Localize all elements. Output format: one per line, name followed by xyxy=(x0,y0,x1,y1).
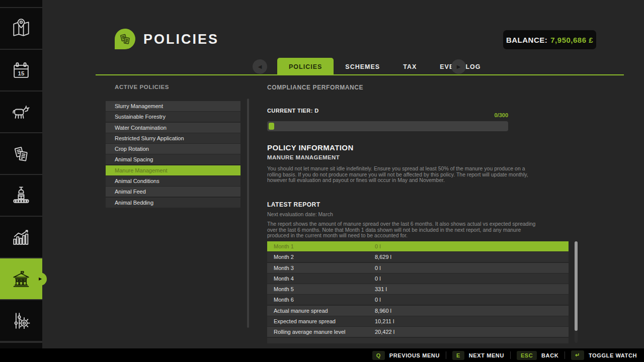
compliance-progress-bar xyxy=(267,121,508,131)
sidebar-item-clipped-top[interactable] xyxy=(0,0,42,7)
active-policies-title: ACTIVE POLICIES xyxy=(115,84,169,90)
report-row-label: Expected manure spread xyxy=(267,318,375,324)
policy-info-title: POLICY INFORMATION xyxy=(267,143,354,152)
key-return-icon: ↵ xyxy=(571,350,584,360)
policy-item[interactable]: Animal Conditions xyxy=(106,176,240,186)
latest-report-body: The report shows the amount of manure sp… xyxy=(267,221,539,239)
report-row[interactable]: Month 5 331 l xyxy=(267,284,569,294)
sidebar-item-settings[interactable] xyxy=(0,300,42,341)
sidebar: 15 xyxy=(0,0,42,348)
report-row[interactable]: Actual manure spread 8,960 l xyxy=(267,306,569,316)
policy-item[interactable]: Animal Bedding xyxy=(106,198,240,208)
balance-display: BALANCE: 7,950,686 £ xyxy=(503,30,596,49)
report-row[interactable]: Month 3 0 l xyxy=(267,263,569,273)
policy-item[interactable]: Restricted Slurry Application xyxy=(106,133,240,143)
report-row-value: 0 l xyxy=(375,276,381,282)
hint-back[interactable]: ESC BACK xyxy=(517,351,558,360)
policy-item[interactable]: Animal Feed xyxy=(106,187,240,197)
report-row-label: Rolling average manure level xyxy=(267,329,375,335)
report-row[interactable]: Rolling average manure level 20,422 l xyxy=(267,327,569,337)
report-row[interactable]: Expected manure spread 10,211 l xyxy=(267,316,569,326)
hint-divider xyxy=(446,351,446,359)
latest-report-title: LATEST REPORT xyxy=(267,201,320,208)
report-row-label: Actual manure spread xyxy=(267,308,375,314)
report-row-label: Month 2 xyxy=(267,254,375,260)
policy-item[interactable]: Sustainable Forestry xyxy=(106,112,240,122)
calendar-icon: 15 xyxy=(10,59,33,82)
policy-item[interactable]: Animal Spacing xyxy=(106,154,240,164)
svg-text:15: 15 xyxy=(18,70,25,76)
report-row-value: 8,629 l xyxy=(375,254,391,260)
policy-info-body: You should not let manure sit idle indef… xyxy=(267,166,539,184)
report-row-value: 0 l xyxy=(375,297,381,303)
settings-icon xyxy=(10,309,33,332)
report-row-value: 8,960 l xyxy=(375,308,391,314)
chevron-left-icon: ◀ xyxy=(258,64,262,69)
report-row-label: Month 6 xyxy=(267,297,375,303)
key-esc-badge: ESC xyxy=(517,351,537,360)
report-row-value: 0 l xyxy=(375,265,381,271)
cow-icon xyxy=(10,101,33,124)
hint-previous-menu[interactable]: Q PREVIOUS MENU xyxy=(372,351,440,360)
chevron-right-icon: ▶ xyxy=(457,64,461,69)
report-row[interactable]: Month 6 0 l xyxy=(267,295,569,305)
bank-icon xyxy=(10,267,33,291)
sidebar-item-clipped-bottom[interactable] xyxy=(0,343,42,348)
tab-bar: ◀ POLICIES SCHEMES TAX EVENT LOG ▶ xyxy=(42,58,644,75)
sidebar-item-map[interactable] xyxy=(0,8,42,49)
balance-label: BALANCE: xyxy=(506,36,547,44)
tab-policies[interactable]: POLICIES xyxy=(277,58,334,75)
report-row-selected[interactable]: Month 1 0 l xyxy=(267,241,569,251)
report-row[interactable]: Month 2 8,629 l xyxy=(267,252,569,262)
sidebar-item-contracts[interactable] xyxy=(0,133,42,174)
policies-icon xyxy=(118,32,133,47)
report-row-label: Month 1 xyxy=(267,243,375,249)
sidebar-item-calendar[interactable]: 15 xyxy=(0,50,42,90)
sidebar-item-animals[interactable] xyxy=(0,92,42,132)
key-e-badge: E xyxy=(452,351,464,360)
policy-item-selected[interactable]: Manure Management xyxy=(106,165,240,175)
compliance-progress-count: 0/300 xyxy=(267,112,508,118)
hint-next-menu[interactable]: E NEXT MENU xyxy=(452,351,504,360)
tab-schemes[interactable]: SCHEMES xyxy=(334,58,391,75)
report-table-scrollbar[interactable] xyxy=(575,241,578,343)
policy-list-scrollbar[interactable] xyxy=(247,99,249,328)
map-icon xyxy=(10,17,33,40)
sidebar-item-finances[interactable]: ▶ xyxy=(0,258,42,299)
statistics-icon xyxy=(10,226,33,249)
report-row[interactable]: Month 4 0 l xyxy=(267,274,569,284)
hint-divider xyxy=(565,351,565,359)
report-row-label: Month 5 xyxy=(267,286,375,292)
tab-next-button[interactable]: ▶ xyxy=(451,59,466,74)
report-row-clipped[interactable] xyxy=(267,338,569,343)
tab-tax[interactable]: TAX xyxy=(391,58,428,75)
report-row-value: 0 l xyxy=(375,243,381,249)
hint-divider xyxy=(510,351,511,359)
page-title: POLICIES xyxy=(143,32,219,47)
hint-toggle-watch[interactable]: ↵ TOGGLE WATCH xyxy=(571,350,637,360)
report-row-value: 10,211 l xyxy=(375,318,394,324)
sidebar-item-statistics[interactable] xyxy=(0,217,42,257)
policy-info-subtitle: MANURE MANAGEMENT xyxy=(267,154,340,160)
contracts-icon xyxy=(10,142,33,165)
compliance-progress-fill xyxy=(269,123,274,130)
report-row-label: Month 4 xyxy=(267,276,375,282)
compliance-title: COMPLIANCE PERFORMANCE xyxy=(267,84,363,91)
policy-item[interactable]: Water Contamination xyxy=(106,123,240,133)
sidebar-item-production[interactable] xyxy=(0,175,42,216)
report-row-value: 331 l xyxy=(375,286,387,292)
key-q-badge: Q xyxy=(372,351,385,360)
policy-list: Slurry Management Sustainable Forestry W… xyxy=(106,101,240,208)
report-table: Month 1 0 l Month 2 8,629 l Month 3 0 l … xyxy=(267,241,569,343)
balance-value: 7,950,686 £ xyxy=(550,36,593,44)
report-row-value: 20,422 l xyxy=(375,329,394,335)
page-icon xyxy=(115,29,135,49)
policy-item[interactable]: Slurry Management xyxy=(106,101,240,111)
policies-screen: 15 xyxy=(0,0,644,362)
active-pointer-icon: ▶ xyxy=(39,277,42,281)
next-evaluation-date: Next evaluation date: March xyxy=(267,211,333,217)
report-table-scroll-thumb[interactable] xyxy=(575,241,578,331)
active-tab-bump: ▶ xyxy=(34,273,47,286)
tab-prev-button[interactable]: ◀ xyxy=(253,59,267,74)
policy-item[interactable]: Crop Rotation xyxy=(106,144,240,154)
